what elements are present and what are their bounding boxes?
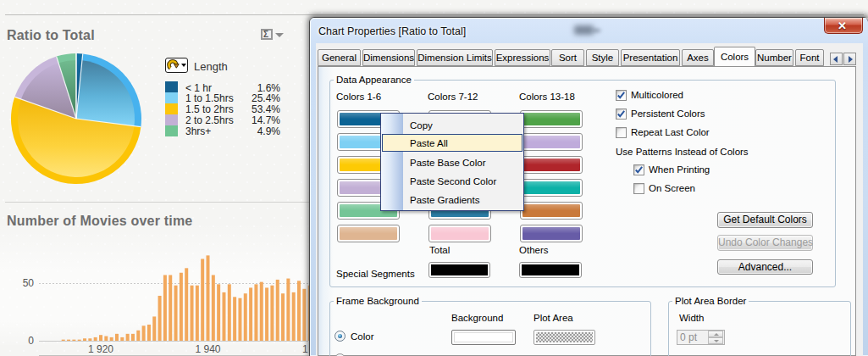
svg-text:50: 50 [23, 277, 35, 289]
svg-text:0: 0 [28, 335, 34, 347]
svg-text:1 920: 1 920 [88, 343, 113, 355]
svg-text:1 940: 1 940 [195, 343, 220, 355]
